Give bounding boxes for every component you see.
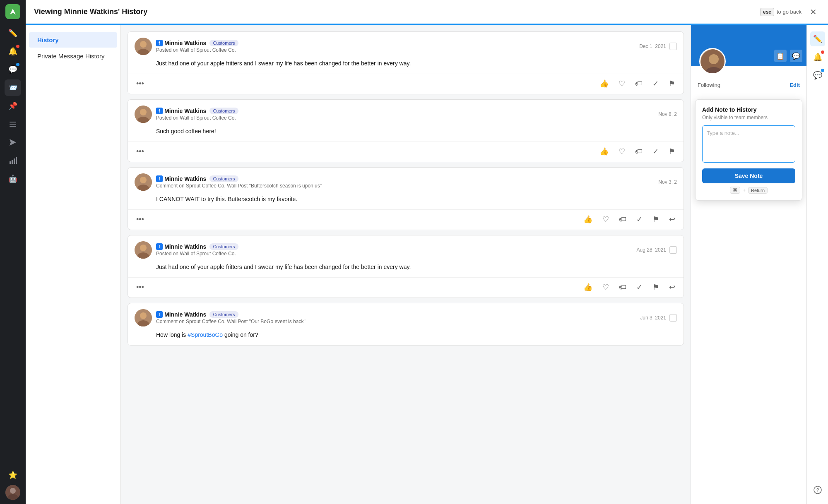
post-actions: ••• 👍 ♡ 🏷 ✓ ⚑ (128, 74, 684, 94)
post-card: f Minnie Watkins Customers Posted on Wal… (128, 235, 684, 298)
speech-right-icon[interactable]: 💬 (810, 68, 825, 83)
post-avatar (135, 309, 152, 326)
flag-icon[interactable]: ⚑ (667, 145, 677, 158)
facebook-icon: f (156, 108, 163, 114)
reply-icon[interactable]: ↩ (667, 213, 677, 226)
app-logo (5, 4, 20, 19)
post-sub: Posted on Wall of Sprout Coffee Co. (156, 47, 635, 53)
nav-item-private-message-history[interactable]: Private Message History (29, 48, 117, 64)
right-panel-header: 📋 💬 (691, 25, 806, 66)
notifications-icon[interactable]: 🔔 (5, 43, 21, 60)
heart-icon[interactable]: ♡ (601, 281, 611, 293)
tag-badge: Customers (209, 243, 238, 250)
post-checkbox[interactable] (669, 314, 677, 322)
svg-point-11 (140, 41, 147, 48)
post-body: Just had one of your apple fritters and … (128, 59, 684, 74)
more-icon[interactable]: ••• (135, 281, 146, 293)
post-sub: Comment on Sprout Coffee Co. Wall Post "… (156, 319, 636, 324)
post-body: How long is #SproutBoGo going on for? (128, 331, 684, 345)
bot-icon[interactable]: 🤖 (5, 170, 21, 187)
help-icon[interactable]: ? (810, 482, 825, 497)
post-meta: f Minnie Watkins Customers Posted on Wal… (156, 243, 633, 257)
app-sidebar: ✏️ 🔔 💬 📨 📌 🤖 ⭐ (0, 0, 26, 504)
close-button[interactable]: ✕ (806, 5, 820, 19)
more-icon[interactable]: ••• (135, 214, 146, 226)
post-actions: ••• 👍 ♡ 🏷 ✓ ⚑ (128, 142, 684, 162)
analytics-icon[interactable] (5, 152, 21, 169)
send-icon[interactable] (5, 134, 21, 151)
post-header: f Minnie Watkins Customers Comment on Sp… (128, 303, 684, 331)
main-content: Viewing Minnie Watkins' History esc to g… (26, 0, 828, 504)
post-sub: Comment on Sprout Coffee Co. Wall Post "… (156, 183, 654, 189)
page-title: Viewing Minnie Watkins' History (34, 7, 755, 16)
post-avatar (135, 106, 152, 123)
post-body: Such good coffee here! (128, 127, 684, 142)
svg-point-20 (140, 245, 147, 251)
tag-badge: Customers (209, 40, 238, 46)
shortcut-hint: ⌘ + Return (702, 187, 795, 194)
tag-icon[interactable]: 🏷 (633, 146, 644, 158)
svg-rect-3 (10, 161, 11, 164)
compose-right-icon[interactable]: ✏️ (810, 31, 825, 46)
like-icon[interactable]: 👍 (598, 77, 610, 90)
tag-icon[interactable]: 🏷 (617, 214, 628, 226)
post-author: f Minnie Watkins (156, 311, 206, 318)
post-header: f Minnie Watkins Customers Posted on Wal… (128, 235, 684, 263)
tag-badge: Customers (209, 311, 238, 318)
check-icon[interactable]: ✓ (635, 281, 644, 293)
like-icon[interactable]: 👍 (598, 145, 610, 158)
check-icon[interactable]: ✓ (651, 145, 660, 158)
save-note-button[interactable]: Save Note (702, 168, 795, 183)
post-checkbox[interactable] (669, 43, 677, 50)
hashtag[interactable]: #SproutBoGo (188, 331, 223, 338)
comments-icon[interactable]: 💬 (5, 61, 21, 78)
post-meta: f Minnie Watkins Customers Posted on Wal… (156, 40, 635, 53)
svg-rect-2 (10, 126, 16, 127)
tag-icon[interactable]: 🏷 (633, 78, 644, 90)
check-icon[interactable]: ✓ (635, 213, 644, 226)
check-icon[interactable]: ✓ (651, 77, 660, 90)
user-avatar[interactable] (5, 485, 20, 500)
post-body: I CANNOT WAIT to try this. Butterscotch … (128, 195, 684, 209)
compose-icon[interactable]: ✏️ (5, 25, 21, 41)
heart-icon[interactable]: ♡ (617, 77, 627, 90)
tag-icon[interactable]: 🏷 (617, 281, 628, 293)
note-textarea[interactable] (702, 125, 795, 163)
heart-icon[interactable]: ♡ (601, 213, 611, 226)
clipboard-icon[interactable]: 📋 (774, 50, 787, 62)
post-avatar (135, 173, 152, 191)
post-avatar (135, 241, 152, 259)
like-icon[interactable]: 👍 (582, 213, 594, 226)
post-meta: f Minnie Watkins Customers Posted on Wal… (156, 108, 654, 121)
flag-icon[interactable]: ⚑ (651, 281, 661, 293)
post-author: f Minnie Watkins (156, 40, 206, 46)
more-icon[interactable]: ••• (135, 146, 146, 158)
post-card: f Minnie Watkins Customers Comment on Sp… (128, 303, 684, 346)
messenger-icon[interactable]: 💬 (790, 50, 802, 62)
svg-rect-1 (10, 124, 16, 125)
feed-area: f Minnie Watkins Customers Posted on Wal… (121, 25, 691, 504)
like-icon[interactable]: 👍 (582, 281, 594, 293)
body-layout: History Private Message History f Minnie… (26, 25, 828, 504)
more-icon[interactable]: ••• (135, 78, 146, 90)
following-row: Following Edit (698, 82, 800, 88)
post-meta: f Minnie Watkins Customers Comment on Sp… (156, 311, 636, 324)
post-checkbox[interactable] (669, 246, 677, 254)
star-icon[interactable]: ⭐ (5, 467, 21, 483)
flag-icon[interactable]: ⚑ (667, 77, 677, 90)
svg-text:?: ? (816, 487, 819, 493)
inbox-icon[interactable]: 📨 (5, 79, 21, 96)
bell-right-icon[interactable]: 🔔 (810, 50, 825, 65)
flag-icon[interactable]: ⚑ (651, 213, 661, 226)
post-author: f Minnie Watkins (156, 175, 206, 182)
pin-icon[interactable]: 📌 (5, 98, 21, 114)
heart-icon[interactable]: ♡ (617, 145, 627, 158)
tasks-icon[interactable] (5, 116, 21, 132)
facebook-icon: f (156, 243, 163, 250)
nav-item-history[interactable]: History (29, 32, 117, 48)
svg-rect-6 (16, 157, 17, 164)
shortcut-key: ⌘ (730, 187, 740, 194)
post-card: f Minnie Watkins Customers Comment on Sp… (128, 167, 684, 230)
reply-icon[interactable]: ↩ (667, 281, 677, 293)
edit-button[interactable]: Edit (789, 82, 800, 88)
